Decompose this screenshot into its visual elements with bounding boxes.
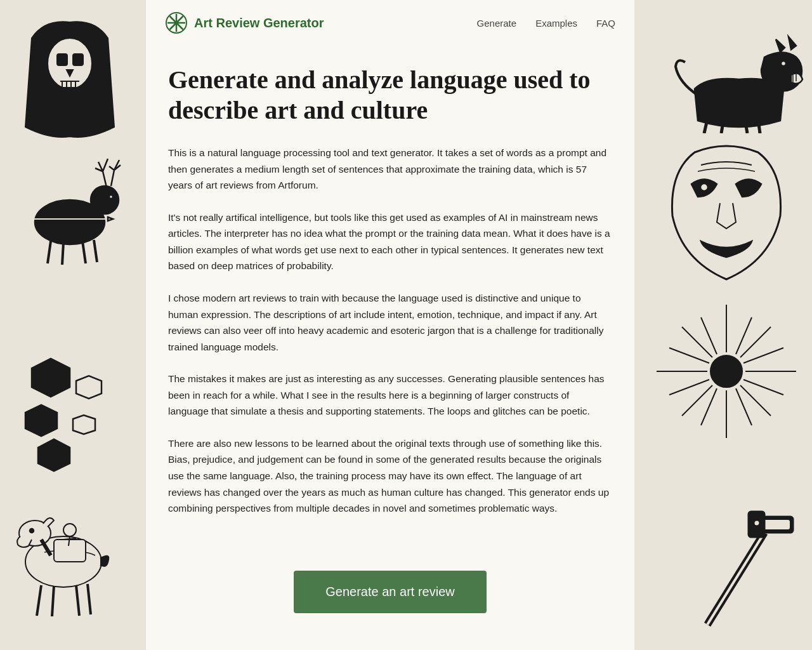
svg-marker-37 [776, 39, 785, 52]
navbar: Art Review Generator Generate Examples F… [146, 0, 634, 46]
svg-marker-17 [108, 217, 113, 221]
svg-line-42 [758, 119, 760, 133]
svg-point-44 [710, 355, 742, 387]
sunburst-art-icon [644, 292, 809, 451]
footer: ©2023 Lucidbeaming [146, 645, 634, 650]
cta-container: Generate an art review [146, 571, 634, 613]
content-area: Generate and analyze language used to de… [146, 46, 634, 545]
mask-art-icon [644, 133, 809, 292]
svg-marker-38 [789, 37, 796, 50]
tool-art-icon [644, 504, 809, 644]
svg-point-25 [30, 529, 34, 533]
svg-point-66 [754, 520, 760, 526]
svg-marker-21 [76, 376, 102, 399]
svg-point-31 [63, 524, 76, 536]
svg-line-11 [48, 241, 51, 263]
right-decoration [634, 0, 812, 650]
svg-line-64 [707, 533, 764, 625]
svg-line-59 [669, 348, 709, 363]
nav-generate[interactable]: Generate [477, 18, 517, 29]
svg-line-52 [682, 327, 712, 357]
svg-line-54 [743, 348, 783, 363]
svg-line-48 [740, 385, 771, 416]
svg-line-58 [669, 380, 709, 395]
wolf-art-icon [644, 6, 809, 133]
svg-line-46 [740, 327, 771, 357]
generate-button[interactable]: Generate an art review [294, 571, 486, 613]
nav-examples[interactable]: Examples [535, 18, 577, 29]
left-decoration [0, 0, 146, 650]
deer-art-icon [6, 140, 133, 267]
goat-art-icon [0, 463, 140, 628]
svg-rect-1 [57, 54, 67, 65]
svg-line-12 [62, 242, 63, 265]
svg-point-43 [700, 183, 708, 191]
paragraph-5: There are also new lessons to be learned… [168, 435, 612, 517]
svg-line-29 [88, 584, 91, 614]
svg-rect-2 [73, 54, 83, 65]
svg-line-28 [76, 585, 79, 616]
logo-text: Art Review Generator [194, 16, 324, 30]
svg-marker-19 [25, 405, 57, 436]
logo-link[interactable]: Art Review Generator [165, 11, 324, 34]
nav-links: Generate Examples FAQ [477, 18, 615, 29]
page-title: Generate and analyze language used to de… [168, 65, 612, 126]
svg-line-40 [721, 122, 723, 133]
svg-point-15 [109, 195, 113, 199]
svg-marker-22 [73, 415, 95, 434]
logo-icon [165, 11, 188, 34]
svg-rect-30 [54, 540, 86, 562]
nav-faq[interactable]: FAQ [596, 18, 615, 29]
main-content: Art Review Generator Generate Examples F… [146, 0, 634, 650]
svg-rect-62 [761, 520, 790, 529]
svg-point-36 [781, 61, 786, 66]
svg-line-41 [745, 122, 747, 133]
svg-line-27 [52, 586, 54, 616]
svg-marker-18 [32, 359, 70, 397]
paragraph-4: The mistakes it makes are just as intere… [168, 371, 612, 420]
paragraph-2: It's not really artifical intelligence, … [168, 209, 612, 274]
paragraph-3: I chose modern art reviews to train with… [168, 290, 612, 355]
svg-point-72 [174, 21, 178, 25]
svg-line-55 [743, 380, 783, 395]
shapes-art-icon [6, 349, 121, 476]
svg-line-26 [37, 585, 41, 616]
svg-line-14 [94, 240, 97, 262]
paragraph-1: This is a natural language processing to… [168, 145, 612, 194]
svg-line-50 [682, 385, 712, 416]
skull-art-icon [13, 13, 127, 140]
svg-line-13 [82, 241, 86, 263]
